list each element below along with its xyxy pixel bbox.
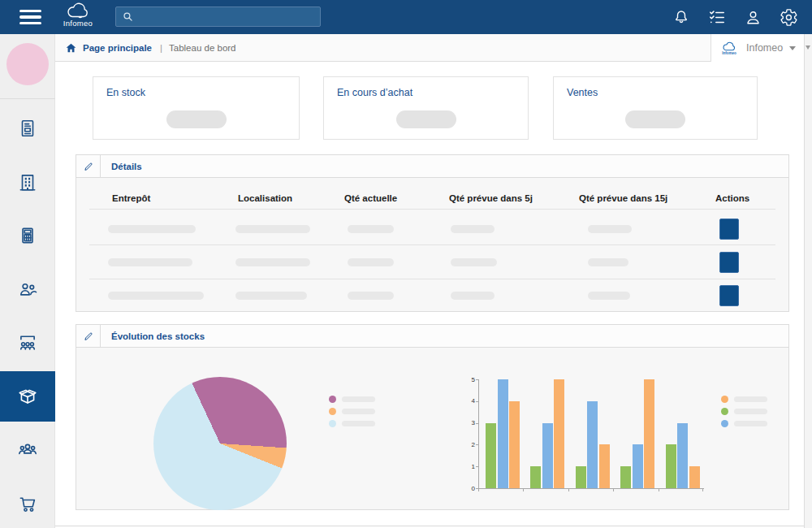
sidebar-item-team[interactable] [0, 425, 55, 475]
brand-text: Infomeo [55, 19, 101, 28]
app-root: Infomeo [0, 0, 812, 528]
legend-dot [721, 396, 728, 403]
company-selector[interactable]: Infomeo Infomeo [710, 34, 804, 62]
pencil-icon [84, 162, 93, 171]
user-button[interactable] [743, 7, 762, 27]
skeleton-cell [588, 258, 628, 266]
skeleton-cell [451, 225, 495, 233]
team-icon [17, 439, 38, 461]
column-header: Entrepôt [112, 193, 150, 203]
tasks-button[interactable] [707, 7, 727, 27]
row-action-button[interactable] [719, 252, 739, 273]
legend-item [721, 420, 767, 427]
search-input[interactable] [135, 11, 315, 24]
settings-button[interactable] [779, 7, 798, 27]
vertical-scrollbar[interactable] [804, 34, 812, 528]
sidebar-item-stock[interactable] [0, 371, 55, 422]
evolution-panel-header: Évolution des stocks [76, 325, 788, 348]
bar-chart-legend [721, 396, 767, 427]
checklist-icon [707, 7, 727, 27]
evolution-edit-button[interactable] [76, 325, 101, 347]
skeleton-cell [108, 258, 192, 266]
row-action-button[interactable] [719, 285, 739, 306]
legend-label-skeleton [734, 409, 767, 414]
x-axis-tick [478, 489, 479, 491]
row-action-button[interactable] [719, 219, 739, 240]
avatar [6, 43, 49, 85]
y-axis-tick-label: 2 [464, 441, 475, 448]
bar-series-green [530, 466, 541, 488]
home-icon[interactable] [65, 42, 77, 54]
sidebar-item-documents[interactable] [0, 103, 55, 154]
pie-chart [153, 377, 287, 510]
sidebar-item-contacts[interactable] [0, 264, 55, 314]
skeleton-cell [235, 225, 310, 233]
file-icon [17, 118, 38, 139]
legend-label-skeleton [342, 396, 375, 402]
stat-card-skeleton [166, 110, 227, 128]
scrollbar-arrow-icon[interactable] [806, 45, 810, 50]
sidebar-item-buildings[interactable] [0, 157, 55, 207]
skeleton-cell [235, 258, 310, 266]
legend-label-skeleton [734, 396, 767, 402]
details-panel: Détails EntrepôtLocalisationQté actuelle… [76, 154, 789, 312]
skeleton-cell [588, 225, 632, 233]
y-axis-tick-label: 3 [464, 419, 475, 426]
table-divider [89, 279, 775, 279]
legend-dot [721, 408, 728, 415]
stat-card-1: En stock [93, 76, 300, 140]
breadcrumb-primary[interactable]: Page principale [83, 43, 152, 53]
cart-icon [17, 493, 38, 514]
stat-card-title: Ventes [554, 77, 757, 98]
bar-series-green [666, 444, 676, 488]
legend-item [329, 420, 375, 427]
pencil-icon [84, 331, 93, 341]
legend-label-skeleton [342, 409, 375, 414]
bar-series-orange [554, 379, 564, 488]
skeleton-cell [451, 292, 495, 300]
chevron-down-icon [789, 46, 796, 50]
skeleton-cell [108, 292, 204, 300]
breadcrumb-secondary: Tableau de bord [169, 43, 235, 53]
sidebar-item-meetings[interactable] [0, 318, 55, 368]
evolution-panel-title: Évolution des stocks [111, 331, 205, 341]
search-box[interactable] [115, 6, 321, 27]
y-axis-tick-label: 5 [464, 376, 475, 383]
company-logo-text: Infomeo [719, 51, 740, 55]
bar-series-blue [633, 444, 643, 488]
y-axis-tick [476, 444, 478, 445]
package-icon [17, 386, 38, 407]
bar-series-blue [677, 423, 688, 488]
sidebar-item-purchases[interactable] [0, 478, 55, 528]
y-axis-tick-label: 4 [464, 397, 475, 405]
bell-icon [672, 8, 690, 26]
x-axis-tick [613, 489, 614, 491]
table-divider [89, 245, 775, 245]
sidebar [0, 34, 55, 528]
bar-series-blue [587, 401, 598, 488]
skeleton-cell [348, 258, 394, 266]
stat-card-title: En cours d’achat [324, 77, 528, 98]
legend-item [721, 408, 767, 415]
menu-icon[interactable] [19, 10, 41, 25]
breadcrumb-bar: Page principale | Tableau de bord Infome… [55, 34, 804, 62]
stat-card-skeleton [396, 110, 456, 128]
skeleton-cell [348, 225, 394, 233]
stat-card-2: En cours d’achat [323, 76, 529, 140]
app-logo[interactable]: Infomeo [55, 2, 101, 28]
x-axis-tick [702, 489, 703, 491]
navbar-actions [672, 0, 798, 34]
bar-series-orange [644, 379, 654, 488]
users-icon [17, 279, 38, 300]
x-axis-tick [659, 489, 659, 491]
sidebar-item-accounting[interactable] [0, 210, 55, 261]
bar-series-orange [599, 444, 610, 488]
breadcrumb-separator: | [160, 43, 162, 53]
column-header: Qté prévue dans 5j [449, 193, 533, 203]
y-axis-tick [476, 379, 478, 380]
details-edit-button[interactable] [76, 155, 101, 177]
pie-chart-legend [329, 396, 375, 427]
notifications-button[interactable] [672, 7, 691, 27]
stat-card-title: En stock [93, 77, 299, 98]
content-bottom-divider [55, 526, 804, 526]
